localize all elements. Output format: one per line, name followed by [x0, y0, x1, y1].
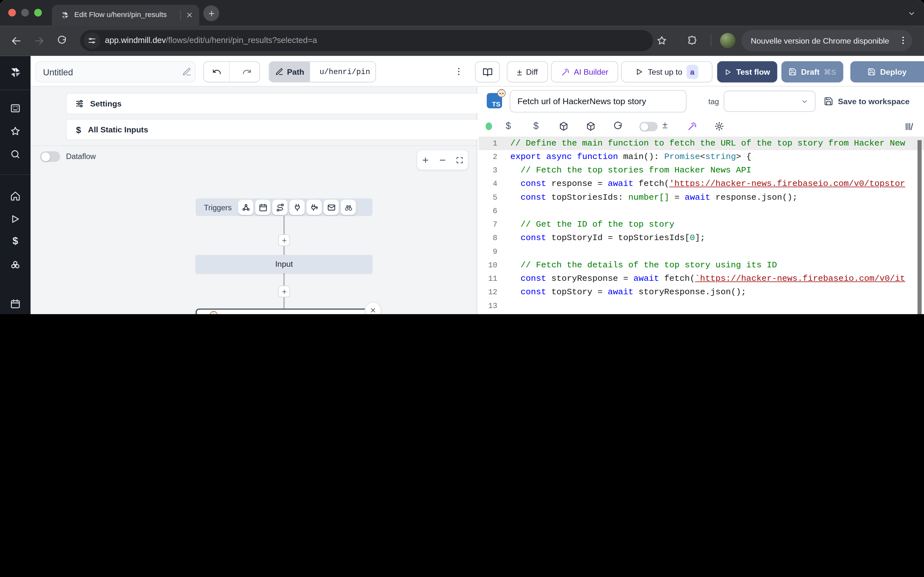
poll-trigger-icon[interactable] — [341, 200, 356, 215]
editor-settings-icon[interactable] — [714, 121, 724, 131]
docs-button[interactable] — [475, 61, 499, 82]
resources-icon[interactable]: $ — [533, 121, 538, 131]
triggers-bar[interactable]: Triggers — [196, 198, 373, 216]
sidebar-item-variables[interactable]: $ — [10, 235, 21, 246]
redo-button[interactable] — [234, 62, 259, 82]
sidebar-item-workspace[interactable] — [10, 103, 21, 113]
browser-toolbar: app.windmill.dev/flows/edit/u/henri/pin_… — [0, 26, 924, 56]
add-step-button[interactable] — [278, 285, 290, 298]
dataflow-toggle[interactable] — [40, 151, 60, 162]
test-flow-label: Test flow — [736, 67, 771, 76]
browser-tab[interactable]: Edit Flow u/henri/pin_results — [52, 5, 199, 26]
websocket-trigger-icon[interactable] — [289, 200, 305, 215]
flow-node-a[interactable]: TS Fetch url of HackerNews top story a — [196, 308, 373, 314]
step-title-input[interactable] — [510, 90, 687, 113]
zoom-out-icon[interactable] — [438, 156, 447, 164]
ai-builder-button[interactable]: AI Builder — [551, 61, 618, 82]
test-flow-button[interactable]: Test flow — [717, 61, 777, 82]
tab-close-icon[interactable] — [186, 11, 194, 19]
code-line[interactable]: 2export async function main(): Promise<s… — [478, 150, 924, 163]
avatar[interactable] — [720, 33, 735, 48]
chrome-update-label: Nouvelle version de Chrome disponible — [741, 36, 889, 45]
diff-button[interactable]: ±Diff — [507, 61, 548, 82]
forward-icon[interactable] — [34, 35, 45, 47]
code-line[interactable]: 5 const topStoriesIds: number[] = await … — [478, 191, 924, 204]
edit-title-icon[interactable] — [182, 67, 192, 76]
test-up-to-label: Test up to — [648, 67, 682, 76]
reset-icon[interactable] — [613, 121, 623, 131]
editor-toggle[interactable] — [640, 122, 658, 131]
code-line[interactable]: 4 const response = await fetch('https://… — [478, 177, 924, 191]
extensions-icon[interactable] — [687, 35, 698, 46]
diff-editor-icon[interactable]: ± — [662, 120, 667, 131]
test-up-to-button[interactable]: Test up to a — [621, 61, 712, 82]
fit-view-icon[interactable] — [455, 156, 464, 164]
tab-title: Edit Flow u/henri/pin_results — [74, 11, 166, 19]
package-icon[interactable] — [559, 121, 569, 131]
deploy-button[interactable]: Deploy — [850, 61, 924, 82]
code-line[interactable]: 8 const topStoryId = topStoriesIds[0]; — [478, 231, 924, 245]
more-options-icon[interactable] — [454, 67, 464, 77]
ai-assist-icon[interactable] — [687, 121, 697, 131]
code-line[interactable]: 10 // Fetch the details of the top story… — [478, 258, 924, 272]
code-lines: 1// Define the main function to fetch th… — [478, 137, 924, 314]
traffic-minimize-button[interactable] — [21, 9, 29, 17]
browser-menu-icon[interactable] — [898, 35, 908, 45]
code-line[interactable]: 6 — [478, 204, 924, 218]
sidebar-item-schedules[interactable] — [10, 298, 21, 309]
traffic-zoom-button[interactable] — [34, 9, 42, 17]
flow-graph-panel: Settings $ All Static Inputs Dataflow Tr… — [31, 87, 477, 314]
code-line[interactable]: 7 // Get the ID of the top story — [478, 218, 924, 231]
sidebar-item-home[interactable] — [10, 191, 21, 201]
add-step-button[interactable] — [278, 234, 290, 246]
traffic-close-button[interactable] — [8, 9, 16, 17]
chrome-update-button[interactable]: Nouvelle version de Chrome disponible — [741, 30, 913, 51]
static-inputs-button[interactable]: $ All Static Inputs — [66, 119, 503, 140]
save-to-workspace-button[interactable]: Save to workspace — [824, 91, 909, 112]
diff-label: Diff — [526, 67, 538, 76]
undo-button[interactable] — [204, 62, 230, 82]
editor-vscrollbar[interactable] — [918, 140, 922, 314]
code-line[interactable]: 12 const topStory = await storyResponse.… — [478, 285, 924, 299]
remove-node-button[interactable] — [365, 302, 381, 314]
sidebar-item-runs[interactable] — [10, 214, 21, 224]
sidebar-item-favorites[interactable] — [10, 126, 21, 137]
sidebar-item-resources[interactable] — [10, 260, 21, 271]
path-label: Path — [287, 67, 304, 76]
new-tab-button[interactable] — [204, 5, 220, 21]
input-node[interactable]: Input — [196, 255, 373, 273]
ai-builder-label: AI Builder — [573, 67, 608, 76]
sidebar-item-search[interactable] — [10, 149, 21, 160]
toolbar-divider — [711, 35, 711, 47]
http-route-trigger-icon[interactable] — [272, 200, 288, 215]
flow-title-field[interactable]: Untitled — [35, 61, 196, 82]
back-icon[interactable] — [11, 35, 22, 47]
bookmark-star-icon[interactable] — [656, 35, 667, 46]
package-lock-icon[interactable] — [586, 121, 596, 131]
library-icon[interactable] — [904, 121, 915, 132]
code-line[interactable]: 9 — [478, 245, 924, 258]
schedule-trigger-icon[interactable] — [255, 200, 270, 215]
webhook-trigger-icon[interactable] — [238, 200, 254, 215]
address-bar[interactable]: app.windmill.dev/flows/edit/u/henri/pin_… — [80, 30, 653, 51]
save-to-workspace-label: Save to workspace — [838, 97, 909, 106]
reload-icon[interactable] — [57, 35, 67, 46]
code-line[interactable]: 11 const storyResponse = await fetch(`ht… — [478, 272, 924, 285]
tag-select[interactable] — [724, 91, 816, 112]
windmill-logo-icon[interactable] — [9, 66, 22, 79]
variables-icon[interactable]: $ — [506, 121, 511, 131]
email-trigger-icon[interactable] — [323, 200, 339, 215]
path-button[interactable]: Path u/henri/pin — [269, 61, 376, 82]
flow-settings-button[interactable]: Settings — [66, 93, 503, 114]
tab-search-chevron-icon[interactable] — [908, 9, 916, 18]
code-line[interactable]: 1// Define the main function to fetch th… — [478, 137, 924, 150]
code-line[interactable]: 14 // Return the URL of the top story — [478, 313, 924, 314]
draft-button[interactable]: Draft ⌘S — [782, 61, 843, 82]
code-line[interactable]: 3 // Fetch the top stories from Hacker N… — [478, 164, 924, 177]
kafka-trigger-icon[interactable] — [306, 200, 322, 215]
site-settings-icon[interactable] — [88, 37, 96, 45]
code-line[interactable]: 13 — [478, 299, 924, 313]
code-editor[interactable]: 1// Define the main function to fetch th… — [478, 137, 924, 314]
zoom-in-icon[interactable] — [422, 156, 430, 164]
line-number: 13 — [478, 299, 497, 313]
